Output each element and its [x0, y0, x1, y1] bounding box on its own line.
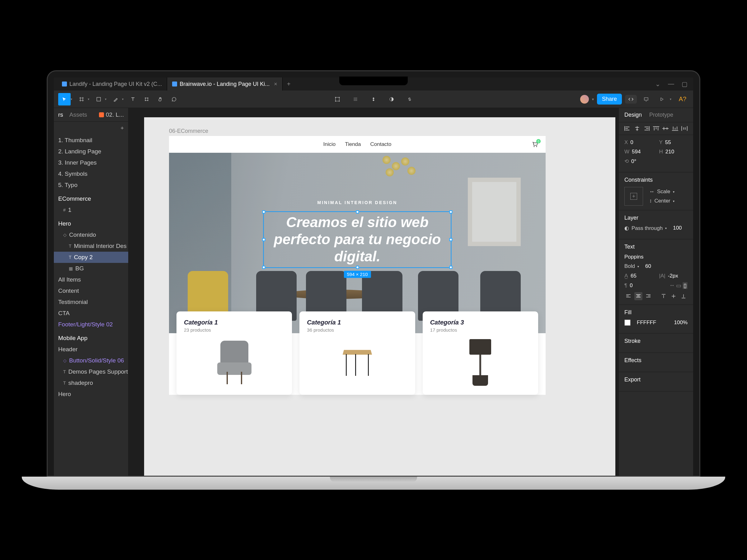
effects-section[interactable]: Effects [619, 353, 693, 372]
font-weight-dropdown[interactable]: Bold▾ [624, 263, 639, 269]
rotation-field[interactable]: ⟲0° [624, 158, 688, 165]
edit-object-tool[interactable] [331, 93, 344, 105]
selected-text-element[interactable]: Creamos el sitio web perfecto para tu ne… [263, 211, 452, 268]
text-align-middle[interactable] [670, 292, 677, 300]
layer-mobile-app[interactable]: Mobile App [54, 332, 128, 344]
layer-copy-2[interactable]: TCopy 2 [54, 252, 128, 263]
tab-landify[interactable]: Landify - Landing Page UI Kit v2 (C... [57, 77, 167, 90]
layer-hero-2[interactable]: Hero [54, 389, 128, 400]
design-tab[interactable]: Design [624, 112, 642, 118]
chevron-down-icon[interactable]: ▾ [88, 97, 89, 101]
line-height-field[interactable]: A̲65 [624, 272, 653, 279]
layer-demos-pages[interactable]: TDemos Pages Support [54, 366, 128, 377]
layer-button-solid[interactable]: ◇Button/Solid/Style 06 [54, 355, 128, 366]
category-card-3[interactable]: Categoría 3 17 productos [423, 312, 538, 395]
text-align-left[interactable] [624, 292, 633, 300]
category-card-2[interactable]: Categoría 1 36 productos [300, 312, 415, 395]
tab-brainwave[interactable]: Brainwave.io - Landing Page UI Ki... × [167, 77, 283, 90]
text-align-top[interactable] [660, 292, 668, 300]
resize-handle[interactable] [262, 210, 265, 213]
cart-icon[interactable]: 0 [531, 141, 538, 148]
layer-frame-1[interactable]: #1 [54, 205, 128, 216]
minimize-icon[interactable]: — [668, 80, 674, 88]
fixed-size-icon[interactable]: ▯ [682, 282, 688, 289]
resources-tool[interactable] [140, 93, 153, 105]
constraint-vertical[interactable]: ↕Center▾ [649, 198, 688, 204]
layer-all-items[interactable]: All Items [54, 274, 128, 285]
frame-tool[interactable] [75, 93, 88, 105]
chevron-down-icon[interactable]: ▾ [670, 97, 671, 101]
play-tool[interactable] [655, 93, 668, 105]
artboard-ecommerce[interactable]: 06-ECommerce Inicio Tienda Contacto 0 [169, 136, 546, 395]
close-icon[interactable]: × [274, 81, 277, 87]
dev-mode-button[interactable] [625, 95, 637, 104]
text-align-bottom[interactable] [679, 292, 688, 300]
resize-handle[interactable] [449, 210, 453, 213]
blend-mode-dropdown[interactable]: ◐Pass through▾ [624, 225, 667, 232]
resize-handle[interactable] [356, 210, 359, 213]
page-selector[interactable]: 02. L... [99, 111, 124, 118]
y-field[interactable]: Y55 [659, 139, 688, 145]
move-tool[interactable] [58, 93, 71, 105]
page-symbols[interactable]: 4. Symbols [54, 168, 128, 180]
category-card-1[interactable]: Categoría 1 23 productos [177, 312, 292, 395]
mask-tool[interactable] [367, 93, 380, 105]
missing-fonts-icon[interactable]: A? [676, 93, 689, 105]
page-typo[interactable]: 5. Typo [54, 180, 128, 191]
layer-testimonial[interactable]: Testimonial [54, 296, 128, 308]
paragraph-spacing-field[interactable]: ¶0 [624, 282, 663, 289]
resize-handle[interactable] [262, 266, 265, 269]
layer-bg[interactable]: ▦BG [54, 263, 128, 274]
chevron-down-icon[interactable]: ▾ [592, 97, 594, 101]
align-right-icon[interactable] [643, 126, 650, 131]
frame-label[interactable]: 06-ECommerce [169, 128, 208, 134]
letter-spacing-field[interactable]: |A|-2px [659, 272, 688, 279]
fill-color-swatch[interactable] [624, 320, 630, 326]
layer-content[interactable]: Content [54, 285, 128, 296]
section-ecommerce[interactable]: ECommerce [54, 193, 128, 205]
nav-contacto[interactable]: Contacto [370, 141, 391, 148]
layer-cta[interactable]: CTA [54, 308, 128, 319]
distribute-icon[interactable] [681, 126, 688, 131]
align-top-icon[interactable] [653, 126, 659, 131]
canvas[interactable]: 06-ECommerce Inicio Tienda Contacto 0 [129, 108, 618, 476]
present-tool[interactable] [640, 93, 652, 105]
page-inner[interactable]: 3. Inner Pages [54, 157, 128, 168]
layer-contenido[interactable]: ◇Contenido [54, 229, 128, 240]
resize-handle[interactable] [262, 238, 265, 241]
resize-handle[interactable] [356, 266, 359, 269]
font-family[interactable]: Poppins [624, 254, 643, 260]
hand-tool[interactable] [154, 93, 166, 105]
width-field[interactable]: W594 [624, 149, 653, 155]
comment-tool[interactable] [168, 93, 180, 105]
layer-hero[interactable]: Hero [54, 218, 128, 229]
stroke-section[interactable]: Stroke [619, 334, 693, 353]
layer-footer[interactable]: Footer/Light/Style 02 [54, 319, 128, 330]
nav-tienda[interactable]: Tienda [345, 141, 361, 148]
x-field[interactable]: X0 [624, 139, 653, 145]
align-bottom-icon[interactable] [672, 126, 678, 131]
link-tool[interactable] [403, 93, 416, 105]
font-size[interactable]: 60 [645, 263, 651, 269]
export-section[interactable]: Export [619, 372, 693, 391]
align-left-icon[interactable] [624, 126, 630, 131]
assets-tab[interactable]: Assets [70, 111, 87, 118]
auto-height-icon[interactable]: ▭ [676, 282, 681, 289]
shape-tool[interactable] [93, 93, 105, 105]
page-thumbnail[interactable]: 1. Thumbnail [54, 135, 128, 146]
component-tool[interactable] [349, 93, 362, 105]
user-avatar[interactable] [580, 95, 589, 104]
fill-opacity[interactable]: 100% [674, 320, 688, 326]
text-tool[interactable] [127, 93, 139, 105]
text-align-center[interactable] [634, 292, 642, 300]
chevron-down-icon[interactable]: ▾ [71, 97, 72, 101]
chevron-down-icon[interactable]: ▾ [105, 97, 106, 101]
maximize-icon[interactable]: ▢ [681, 80, 688, 88]
resize-handle[interactable] [449, 238, 453, 241]
boolean-tool[interactable] [385, 93, 398, 105]
height-field[interactable]: H210 [659, 149, 688, 155]
layer-header[interactable]: Header [54, 344, 128, 355]
page-landing[interactable]: 2. Landing Page [54, 146, 128, 157]
chevron-down-icon[interactable]: ▾ [122, 97, 124, 101]
constraint-horizontal[interactable]: ↔Scale▾ [649, 189, 688, 195]
